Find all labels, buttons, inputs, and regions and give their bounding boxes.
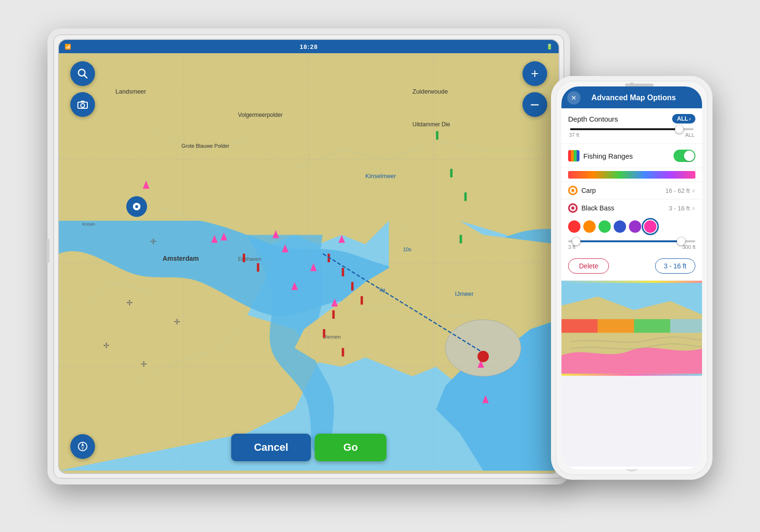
swatch-red[interactable] <box>568 220 580 233</box>
compass-button[interactable] <box>70 434 95 459</box>
svg-text:Amsterdam: Amsterdam <box>162 255 199 262</box>
depth-slider-track <box>570 128 694 130</box>
bass-range-slider-fill <box>574 240 683 242</box>
fishing-ranges-label: Fishing Ranges <box>583 152 633 160</box>
map-area: ✛ ✛ ✛ ✛ ✛ Landsmeer Zuiderwoude Volgerme… <box>59 53 559 473</box>
svg-rect-60 <box>465 192 467 201</box>
svg-rect-80 <box>561 319 598 333</box>
bass-range-slider-track <box>568 240 695 242</box>
close-button[interactable]: ✕ <box>567 91 580 104</box>
action-row: Delete 3 - 16 ft <box>561 254 702 280</box>
swatch-orange[interactable] <box>583 220 596 233</box>
svg-rect-55 <box>332 310 335 319</box>
carp-range: 16 - 62 ft <box>665 187 690 194</box>
depth-slider-thumb[interactable] <box>675 125 684 133</box>
navigation-buttons: Cancel Go <box>231 434 387 461</box>
depth-contours-section: Depth Contours ALL › 37 ft ALL <box>561 108 702 143</box>
compass-icon <box>77 441 88 452</box>
all-badge[interactable]: ALL › <box>672 114 695 124</box>
depth-slider-fill <box>570 128 681 130</box>
svg-rect-82 <box>634 319 670 333</box>
bass-range-slider-section: 3 ft 300 ft <box>561 237 702 254</box>
svg-rect-57 <box>342 348 344 357</box>
scene: 📶 18:28 🔋 <box>48 28 712 504</box>
color-swatches <box>561 217 702 237</box>
svg-rect-54 <box>361 296 363 304</box>
swatch-pink[interactable] <box>644 220 656 233</box>
svg-text:✛: ✛ <box>150 238 156 246</box>
svg-text:Zuiderwoude: Zuiderwoude <box>412 88 448 95</box>
all-badge-text: ALL <box>677 115 688 122</box>
battery-icon: 🔋 <box>546 44 553 50</box>
bass-range: 3 - 16 ft <box>669 205 690 212</box>
svg-text:Kroon: Kroon <box>83 221 95 227</box>
svg-text:✛: ✛ <box>103 342 109 350</box>
chevron-right-icon: › <box>689 116 691 122</box>
phone-screen: ✕ Advanced Map Options Depth Contours AL… <box>561 86 702 469</box>
bass-indicator <box>568 203 578 213</box>
range-max-label: 300 ft <box>682 244 695 250</box>
map-svg: ✛ ✛ ✛ ✛ ✛ Landsmeer Zuiderwoude Volgerme… <box>59 53 559 473</box>
tablet-side-button <box>47 239 49 263</box>
panel-title: Advanced Map Options <box>584 94 683 102</box>
svg-point-75 <box>571 189 574 192</box>
phone: ✕ Advanced Map Options Depth Contours AL… <box>551 76 712 480</box>
delete-button[interactable]: Delete <box>568 258 609 274</box>
range-thumb-right[interactable] <box>677 237 685 246</box>
fishing-ranges-icon <box>568 150 580 162</box>
svg-text:Landsmeer: Landsmeer <box>115 88 146 95</box>
svg-rect-59 <box>450 169 453 178</box>
svg-rect-50 <box>257 263 259 272</box>
swatch-purple[interactable] <box>629 220 641 233</box>
status-time: 18:28 <box>300 43 318 50</box>
svg-rect-53 <box>351 282 353 291</box>
depth-contours-label: Depth Contours <box>568 115 618 123</box>
camera-button[interactable] <box>70 92 95 117</box>
svg-line-68 <box>85 76 87 78</box>
phone-content: Depth Contours ALL › 37 ft ALL <box>561 108 702 466</box>
svg-rect-71 <box>81 101 85 103</box>
zoom-in-button[interactable]: + <box>522 61 547 86</box>
svg-rect-49 <box>243 254 245 262</box>
swatch-green[interactable] <box>598 220 611 233</box>
bass-range-labels: 3 ft 300 ft <box>568 244 695 250</box>
range-button[interactable]: 3 - 16 ft <box>655 258 695 274</box>
svg-text:6g: 6g <box>380 287 385 293</box>
svg-text:Grote Blauwe Polder: Grote Blauwe Polder <box>181 143 229 149</box>
svg-rect-58 <box>436 131 438 140</box>
cancel-button[interactable]: Cancel <box>231 434 311 461</box>
fishing-ranges-header: Fishing Ranges <box>561 144 702 168</box>
svg-point-66 <box>135 205 138 208</box>
svg-text:10s: 10s <box>403 247 411 252</box>
map-preview <box>561 281 702 376</box>
icon-seg-blue <box>577 150 580 162</box>
carp-indicator <box>568 186 578 195</box>
swatch-blue[interactable] <box>614 220 626 233</box>
search-button[interactable] <box>70 61 95 86</box>
depth-min-label: 37 ft <box>569 132 579 138</box>
carp-chevron-icon: ∨ <box>692 188 695 194</box>
black-bass-row[interactable]: Black Bass 3 - 16 ft ∧ <box>561 199 702 217</box>
fishing-ranges-toggle[interactable] <box>674 150 695 162</box>
carp-row[interactable]: Carp 16 - 62 ft ∨ <box>561 181 702 199</box>
zoom-out-button[interactable]: − <box>522 92 547 117</box>
svg-point-70 <box>81 104 85 107</box>
svg-text:✛: ✛ <box>174 318 180 326</box>
carp-icon <box>570 188 575 193</box>
go-button[interactable]: Go <box>315 434 387 461</box>
svg-point-63 <box>477 351 489 362</box>
svg-rect-61 <box>460 235 462 243</box>
tablet-screen-area: 📶 18:28 🔋 <box>58 39 560 474</box>
bass-icon <box>570 206 575 210</box>
svg-text:✛: ✛ <box>141 360 147 368</box>
svg-rect-52 <box>342 268 344 276</box>
tablet: 📶 18:28 🔋 <box>48 28 570 484</box>
phone-header: ✕ Advanced Map Options <box>561 86 702 108</box>
carp-name: Carp <box>581 187 665 194</box>
fishing-ranges-section: Fishing Ranges Ca <box>561 144 702 280</box>
camera-icon <box>77 100 88 109</box>
range-thumb-left[interactable] <box>572 237 580 246</box>
svg-text:Ertshaven: Ertshaven <box>238 256 261 262</box>
svg-marker-74 <box>81 446 84 450</box>
status-bar: 📶 18:28 🔋 <box>59 40 559 53</box>
